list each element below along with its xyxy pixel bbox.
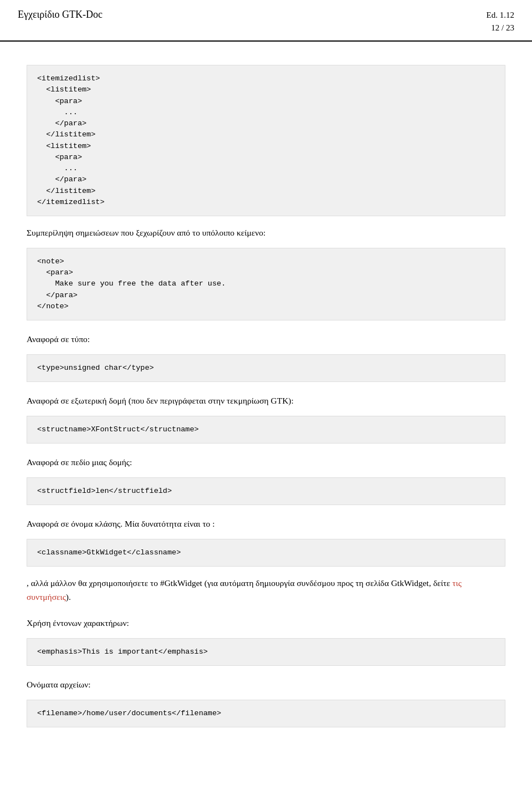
prose-gtkwidget-part1: , αλλά μάλλον θα χρησιμοποιήσετε το #Gtk… <box>27 578 452 588</box>
code-block-structname: <structname>XFontStruct</structname> <box>27 416 505 444</box>
prose-emphasis-intro: Χρήση έντονων χαρακτήρων: <box>27 617 505 630</box>
page-header: Εγχειρίδιο GTK-Doc Ed. 1.12 12 / 23 <box>0 0 532 42</box>
code-block-emphasis: <emphasis>This is important</emphasis> <box>27 638 505 666</box>
prose-note-intro: Συμπερίληψη σημειώσεων που ξεχωρίζουν απ… <box>27 226 505 240</box>
code-block-filename: <filename>/home/user/documents</filename… <box>27 700 505 727</box>
prose-classname-ref: Αναφορά σε όνομα κλάσης. Μία δυνατότητα … <box>27 517 505 531</box>
code-block-type: <type>unsigned char</type> <box>27 354 505 382</box>
code-block-itemizedlist: <itemizedlist> <listitem> <para> ... </p… <box>27 65 505 216</box>
page-content: <itemizedlist> <listitem> <para> ... </p… <box>0 42 532 760</box>
prose-filenames: Ονόματα αρχείων: <box>27 678 505 692</box>
header-title: Εγχειρίδιο GTK-Doc <box>18 9 103 21</box>
prose-gtkwidget: , αλλά μάλλον θα χρησιμοποιήσετε το #Gtk… <box>27 577 505 604</box>
edition-label: Ed. 1.12 <box>487 9 514 22</box>
page-number: 12 / 23 <box>487 22 514 34</box>
prose-field-ref: Αναφορά σε πεδίο μιας δομής: <box>27 456 505 470</box>
code-block-structfield: <structfield>len</structfield> <box>27 477 505 505</box>
prose-type-ref: Αναφορά σε τύπο: <box>27 333 505 347</box>
prose-gtkwidget-part2: ). <box>66 592 71 602</box>
code-block-note: <note> <para> Make sure you free the dat… <box>27 248 505 320</box>
header-edition-block: Ed. 1.12 12 / 23 <box>487 9 514 34</box>
code-block-classname: <classname>GtkWidget</classname> <box>27 539 505 567</box>
prose-external-struct: Αναφορά σε εξωτερική δομή (που δεν περιγ… <box>27 394 505 408</box>
